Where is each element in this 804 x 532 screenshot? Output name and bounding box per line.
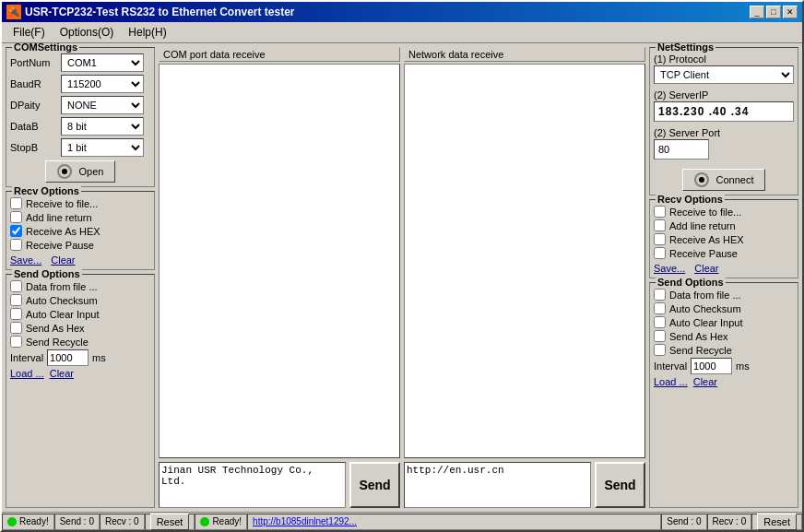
net-data-panel: Network data receive [404, 47, 645, 458]
menu-help[interactable]: Help(H) [121, 24, 173, 41]
com-settings-title: COMSettings [12, 43, 79, 53]
server-ip-input[interactable] [654, 101, 794, 122]
com-recv-options-title: Recv Options [12, 185, 81, 196]
com-auto-clear-checkbox[interactable] [10, 308, 22, 320]
com-status-icon [7, 517, 17, 526]
net-recv-as-hex-checkbox[interactable] [654, 233, 666, 245]
net-auto-clear-label: Auto Clear Input [669, 317, 743, 328]
com-send-button[interactable]: Send [349, 462, 400, 508]
port-select[interactable]: COM1 COM2 COM3 [61, 53, 144, 72]
com-send-as-hex-label: Send As Hex [26, 323, 85, 334]
com-send-recycle-checkbox[interactable] [10, 336, 22, 348]
close-button[interactable]: ✕ [783, 6, 798, 18]
com-recv-pause-checkbox[interactable] [10, 239, 22, 251]
net-settings-title: NetSettings [656, 43, 715, 53]
com-send-as-hex-checkbox[interactable] [10, 322, 22, 334]
com-ready-label: Ready! [19, 516, 49, 526]
net-recv-clear-link[interactable]: Clear [694, 263, 718, 274]
com-recv-links: Save... Clear [10, 254, 150, 266]
port-row: PortNum COM1 COM2 COM3 [10, 53, 150, 72]
net-link-status: http://b1085dinlnet1292... [247, 514, 661, 530]
datab-select[interactable]: 8 bit 7 bit [61, 117, 144, 136]
net-send-recycle-label: Send Recycle [669, 345, 732, 356]
title-bar-left: 🔌 USR-TCP232-Test RS232 to Ethernet Conv… [6, 5, 295, 19]
maximize-button[interactable]: □ [766, 6, 781, 18]
com-send-recycle-row: Send Recycle [10, 336, 150, 348]
com-recv-clear-link[interactable]: Clear [51, 254, 75, 266]
net-recv-count-label: Recv : 0 [713, 516, 747, 526]
dparity-row: DPaity NONE ODD EVEN [10, 96, 150, 114]
net-clear-link[interactable]: Clear [693, 376, 717, 387]
net-reset-button[interactable]: Reset [757, 514, 797, 530]
connect-button[interactable]: Connect [682, 169, 766, 191]
connect-btn-row: Connect [654, 169, 794, 191]
net-load-clear-row: Load ... Clear [654, 376, 794, 387]
net-auto-checksum-checkbox[interactable] [654, 302, 666, 314]
com-recv-save-link[interactable]: Save... [10, 254, 41, 266]
net-add-line-return-checkbox[interactable] [654, 219, 666, 231]
net-send-recycle-checkbox[interactable] [654, 344, 666, 356]
baud-select[interactable]: 115200 9600 19200 [61, 75, 144, 93]
menu-file[interactable]: File(F) [6, 24, 53, 41]
app-icon: 🔌 [6, 5, 21, 19]
net-data-label: Network data receive [404, 47, 645, 62]
net-link-label[interactable]: http://b1085dinlnet1292... [253, 516, 357, 526]
stopb-select[interactable]: 1 bit 2 bit [61, 138, 144, 157]
net-recv-pause-label: Receive Pause [669, 248, 738, 259]
open-button[interactable]: Open [45, 160, 116, 183]
stopb-label: StopB [10, 142, 61, 153]
com-add-line-return-checkbox[interactable] [10, 211, 22, 223]
com-auto-checksum-label: Auto Checksum [26, 295, 98, 306]
net-send-input[interactable]: http://en.usr.cn [404, 462, 591, 508]
com-auto-clear-label: Auto Clear Input [26, 309, 100, 320]
net-recv-save-link[interactable]: Save... [654, 263, 685, 274]
net-recv-pause-checkbox[interactable] [654, 247, 666, 259]
protocol-select[interactable]: TCP Client TCP Server UDP [654, 65, 794, 84]
net-send-as-hex-checkbox[interactable] [654, 330, 666, 342]
center-panel: COM port data receive Network data recei… [159, 47, 645, 508]
net-load-link[interactable]: Load ... [654, 376, 688, 387]
com-recv-count-label: Recv : 0 [105, 516, 139, 526]
net-recv-to-file-checkbox[interactable] [654, 206, 666, 218]
net-send-count: Send : 0 [661, 514, 706, 530]
dparity-select[interactable]: NONE ODD EVEN [61, 96, 144, 114]
com-recv-count: Recv : 0 [100, 514, 145, 530]
com-data-label: COM port data receive [159, 47, 400, 62]
net-auto-clear-checkbox[interactable] [654, 316, 666, 328]
net-data-textarea[interactable] [404, 64, 645, 458]
com-recv-to-file-checkbox[interactable] [10, 197, 22, 209]
com-send-options-title: Send Options [12, 268, 82, 279]
net-send-as-hex-label: Send As Hex [669, 331, 728, 342]
com-data-textarea[interactable] [159, 64, 400, 458]
menu-options[interactable]: Options(O) [53, 24, 122, 41]
server-port-label: (2) Server Port [654, 127, 794, 138]
server-port-input[interactable] [654, 139, 709, 160]
server-ip-label: (2) ServerIP [654, 89, 794, 100]
minimize-button[interactable]: _ [750, 6, 764, 18]
open-btn-row: Open [10, 160, 150, 183]
net-data-from-file-checkbox[interactable] [654, 289, 666, 301]
com-auto-checksum-checkbox[interactable] [10, 294, 22, 306]
window-title: USR-TCP232-Test RS232 to Ethernet Conver… [25, 6, 295, 18]
com-interval-input[interactable] [47, 349, 89, 366]
net-interval-input[interactable] [691, 358, 732, 374]
net-data-from-file-label: Data from file ... [669, 290, 741, 301]
com-recv-as-hex-row: Receive As HEX [10, 225, 150, 237]
com-recv-pause-label: Receive Pause [26, 240, 94, 251]
com-reset-button[interactable]: Reset [150, 514, 190, 530]
data-receive-panels: COM port data receive Network data recei… [159, 47, 645, 458]
com-load-link[interactable]: Load ... [10, 368, 44, 379]
com-data-from-file-label: Data from file ... [26, 281, 98, 292]
com-clear-link[interactable]: Clear [50, 368, 74, 379]
main-window: 🔌 USR-TCP232-Test RS232 to Ethernet Conv… [0, 0, 804, 532]
title-bar: 🔌 USR-TCP232-Test RS232 to Ethernet Conv… [2, 2, 802, 22]
com-send-input[interactable]: Jinan USR Technology Co., Ltd. [159, 462, 346, 508]
net-auto-checksum-row: Auto Checksum [654, 302, 794, 314]
com-send-count-label: Send : 0 [60, 516, 94, 526]
com-data-from-file-checkbox[interactable] [10, 280, 22, 292]
net-send-button[interactable]: Send [595, 462, 645, 508]
com-recv-to-file-row: Receive to file... [10, 197, 150, 209]
com-recv-as-hex-checkbox[interactable] [10, 225, 22, 237]
com-recv-to-file-label: Receive to file... [26, 198, 98, 209]
dparity-label: DPaity [10, 100, 61, 111]
